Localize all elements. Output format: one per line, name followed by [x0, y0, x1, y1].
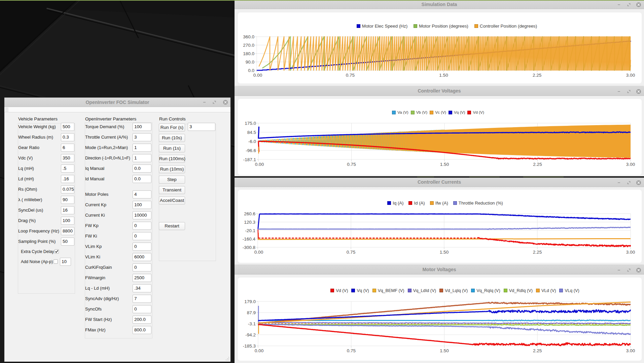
svg-text:175.0: 175.0 — [245, 121, 256, 126]
svg-text:84.5: 84.5 — [247, 130, 256, 135]
svg-text:-96.6: -96.6 — [246, 148, 256, 153]
svg-text:0.75: 0.75 — [346, 73, 355, 78]
svg-text:87.9: 87.9 — [247, 310, 256, 315]
svg-text:0.00: 0.00 — [255, 162, 264, 167]
svg-text:0.00: 0.00 — [255, 348, 263, 353]
svg-text:90.0: 90.0 — [246, 60, 254, 65]
svg-text:1.50: 1.50 — [440, 250, 449, 255]
svg-text:-187.1: -187.1 — [243, 157, 256, 162]
svg-text:0.75: 0.75 — [347, 250, 355, 255]
svg-text:2.25: 2.25 — [533, 348, 542, 353]
svg-text:260.6: 260.6 — [244, 211, 255, 216]
svg-text:0.75: 0.75 — [347, 348, 356, 353]
svg-text:120.3: 120.3 — [244, 220, 255, 225]
svg-text:2.25: 2.25 — [533, 73, 541, 78]
svg-text:2.25: 2.25 — [533, 162, 542, 167]
svg-text:3.00: 3.00 — [626, 73, 635, 78]
svg-text:-300.8: -300.8 — [243, 245, 255, 250]
svg-text:-20.1: -20.1 — [245, 228, 255, 233]
svg-text:0.00: 0.00 — [253, 73, 262, 78]
svg-text:3.00: 3.00 — [626, 348, 635, 353]
svg-text:-160.4: -160.4 — [243, 237, 256, 242]
svg-text:2.25: 2.25 — [533, 250, 542, 255]
svg-text:360.0: 360.0 — [243, 34, 254, 39]
svg-text:0.0: 0.0 — [248, 68, 254, 73]
svg-text:179.0: 179.0 — [244, 299, 256, 304]
svg-text:270.0: 270.0 — [243, 43, 254, 48]
svg-text:1.50: 1.50 — [440, 348, 449, 353]
svg-text:0.75: 0.75 — [347, 162, 356, 167]
svg-text:-94.2: -94.2 — [245, 332, 256, 337]
svg-text:3.00: 3.00 — [626, 162, 635, 167]
svg-text:1.50: 1.50 — [440, 162, 449, 167]
svg-text:180.0: 180.0 — [243, 51, 254, 56]
svg-text:-185.3: -185.3 — [243, 343, 256, 349]
svg-text:-3.1: -3.1 — [248, 321, 256, 326]
svg-text:-6.0: -6.0 — [248, 139, 256, 144]
svg-text:3.00: 3.00 — [626, 250, 635, 255]
svg-text:1.50: 1.50 — [439, 73, 448, 78]
svg-text:0.00: 0.00 — [254, 250, 263, 255]
